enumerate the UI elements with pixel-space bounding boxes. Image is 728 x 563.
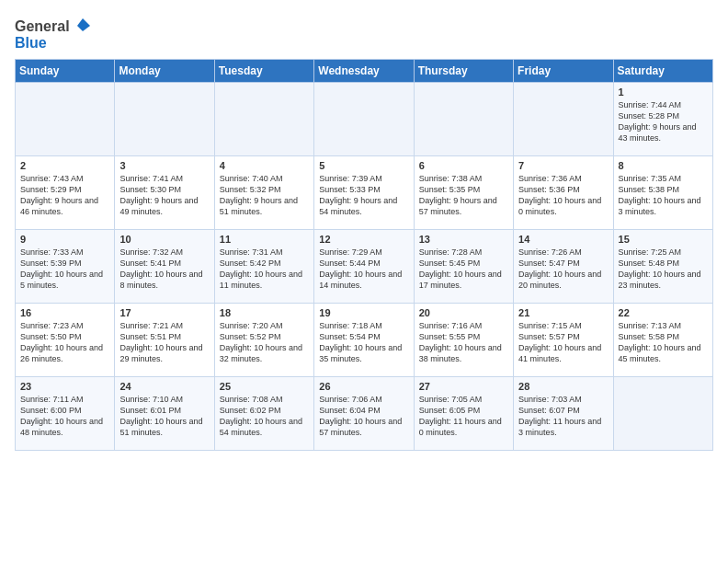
calendar-week-1: 1Sunrise: 7:44 AM Sunset: 5:28 PM Daylig… xyxy=(16,83,713,156)
calendar-cell: 1Sunrise: 7:44 AM Sunset: 5:28 PM Daylig… xyxy=(613,83,712,156)
weekday-header-monday: Monday xyxy=(115,60,214,83)
day-number: 4 xyxy=(220,160,309,171)
day-number: 8 xyxy=(619,160,708,171)
calendar-cell: 21Sunrise: 7:15 AM Sunset: 5:57 PM Dayli… xyxy=(514,304,613,377)
weekday-header-tuesday: Tuesday xyxy=(214,60,313,83)
day-info: Sunrise: 7:44 AM Sunset: 5:28 PM Dayligh… xyxy=(619,99,708,144)
page-header: General Blue xyxy=(15,15,713,53)
calendar-cell: 6Sunrise: 7:38 AM Sunset: 5:35 PM Daylig… xyxy=(414,156,513,230)
day-info: Sunrise: 7:06 AM Sunset: 6:04 PM Dayligh… xyxy=(319,394,408,439)
calendar-cell xyxy=(414,83,513,156)
calendar-cell: 24Sunrise: 7:10 AM Sunset: 6:01 PM Dayli… xyxy=(115,377,214,451)
day-info: Sunrise: 7:43 AM Sunset: 5:29 PM Dayligh… xyxy=(20,173,109,218)
calendar-cell: 20Sunrise: 7:16 AM Sunset: 5:55 PM Dayli… xyxy=(414,304,513,377)
day-info: Sunrise: 7:18 AM Sunset: 5:54 PM Dayligh… xyxy=(319,320,408,365)
day-info: Sunrise: 7:16 AM Sunset: 5:55 PM Dayligh… xyxy=(419,320,508,365)
calendar-cell: 16Sunrise: 7:23 AM Sunset: 5:50 PM Dayli… xyxy=(16,304,115,377)
calendar-week-5: 23Sunrise: 7:11 AM Sunset: 6:00 PM Dayli… xyxy=(16,377,713,451)
calendar-week-4: 16Sunrise: 7:23 AM Sunset: 5:50 PM Dayli… xyxy=(16,304,713,377)
day-info: Sunrise: 7:32 AM Sunset: 5:41 PM Dayligh… xyxy=(119,247,209,292)
calendar-cell: 25Sunrise: 7:08 AM Sunset: 6:02 PM Dayli… xyxy=(214,377,313,451)
logo: General Blue xyxy=(15,15,90,53)
day-info: Sunrise: 7:20 AM Sunset: 5:52 PM Dayligh… xyxy=(220,320,309,365)
calendar-cell xyxy=(16,83,115,156)
calendar-cell: 3Sunrise: 7:41 AM Sunset: 5:30 PM Daylig… xyxy=(115,156,214,230)
calendar-cell: 14Sunrise: 7:26 AM Sunset: 5:47 PM Dayli… xyxy=(514,230,613,304)
day-number: 5 xyxy=(319,160,408,171)
svg-marker-2 xyxy=(77,18,90,31)
day-info: Sunrise: 7:15 AM Sunset: 5:57 PM Dayligh… xyxy=(518,320,608,365)
day-info: Sunrise: 7:08 AM Sunset: 6:02 PM Dayligh… xyxy=(220,394,309,439)
day-number: 22 xyxy=(619,307,708,318)
day-info: Sunrise: 7:33 AM Sunset: 5:39 PM Dayligh… xyxy=(20,247,109,292)
calendar-cell: 15Sunrise: 7:25 AM Sunset: 5:48 PM Dayli… xyxy=(613,230,712,304)
day-info: Sunrise: 7:03 AM Sunset: 6:07 PM Dayligh… xyxy=(518,394,608,439)
calendar-cell xyxy=(115,83,214,156)
day-number: 9 xyxy=(20,234,109,245)
day-info: Sunrise: 7:28 AM Sunset: 5:45 PM Dayligh… xyxy=(419,247,508,292)
calendar-cell: 11Sunrise: 7:31 AM Sunset: 5:42 PM Dayli… xyxy=(214,230,313,304)
calendar-cell xyxy=(514,83,613,156)
weekday-header-wednesday: Wednesday xyxy=(314,60,414,83)
day-info: Sunrise: 7:41 AM Sunset: 5:30 PM Dayligh… xyxy=(119,173,209,218)
day-number: 15 xyxy=(619,234,708,245)
calendar-cell: 19Sunrise: 7:18 AM Sunset: 5:54 PM Dayli… xyxy=(314,304,414,377)
calendar-cell: 17Sunrise: 7:21 AM Sunset: 5:51 PM Dayli… xyxy=(115,304,214,377)
calendar-cell: 9Sunrise: 7:33 AM Sunset: 5:39 PM Daylig… xyxy=(16,230,115,304)
calendar-cell: 27Sunrise: 7:05 AM Sunset: 6:05 PM Dayli… xyxy=(414,377,513,451)
weekday-header-sunday: Sunday xyxy=(16,60,115,83)
day-number: 2 xyxy=(20,160,109,171)
day-info: Sunrise: 7:11 AM Sunset: 6:00 PM Dayligh… xyxy=(20,394,109,439)
day-number: 3 xyxy=(119,160,209,171)
calendar-cell xyxy=(613,377,712,451)
day-info: Sunrise: 7:38 AM Sunset: 5:35 PM Dayligh… xyxy=(419,173,508,218)
logo-svg: General Blue xyxy=(15,15,90,53)
day-number: 21 xyxy=(518,307,608,318)
calendar-cell: 7Sunrise: 7:36 AM Sunset: 5:36 PM Daylig… xyxy=(514,156,613,230)
day-number: 6 xyxy=(419,160,508,171)
day-number: 17 xyxy=(119,307,209,318)
day-number: 26 xyxy=(319,381,408,392)
day-number: 10 xyxy=(119,234,209,245)
day-info: Sunrise: 7:10 AM Sunset: 6:01 PM Dayligh… xyxy=(119,394,209,439)
calendar-table: SundayMondayTuesdayWednesdayThursdayFrid… xyxy=(15,59,713,451)
calendar-cell: 12Sunrise: 7:29 AM Sunset: 5:44 PM Dayli… xyxy=(314,230,414,304)
calendar-cell: 4Sunrise: 7:40 AM Sunset: 5:32 PM Daylig… xyxy=(214,156,313,230)
calendar-week-2: 2Sunrise: 7:43 AM Sunset: 5:29 PM Daylig… xyxy=(16,156,713,230)
weekday-header-saturday: Saturday xyxy=(613,60,712,83)
day-number: 25 xyxy=(220,381,309,392)
calendar-cell: 10Sunrise: 7:32 AM Sunset: 5:41 PM Dayli… xyxy=(115,230,214,304)
day-number: 7 xyxy=(518,160,608,171)
day-info: Sunrise: 7:21 AM Sunset: 5:51 PM Dayligh… xyxy=(119,320,209,365)
day-info: Sunrise: 7:31 AM Sunset: 5:42 PM Dayligh… xyxy=(220,247,309,292)
day-number: 20 xyxy=(419,307,508,318)
day-number: 11 xyxy=(220,234,309,245)
calendar-cell: 13Sunrise: 7:28 AM Sunset: 5:45 PM Dayli… xyxy=(414,230,513,304)
svg-text:General: General xyxy=(15,18,70,34)
calendar-cell: 28Sunrise: 7:03 AM Sunset: 6:07 PM Dayli… xyxy=(514,377,613,451)
day-info: Sunrise: 7:05 AM Sunset: 6:05 PM Dayligh… xyxy=(419,394,508,439)
day-number: 19 xyxy=(319,307,408,318)
calendar-cell: 18Sunrise: 7:20 AM Sunset: 5:52 PM Dayli… xyxy=(214,304,313,377)
calendar-cell xyxy=(314,83,414,156)
svg-text:Blue: Blue xyxy=(15,35,47,51)
day-info: Sunrise: 7:23 AM Sunset: 5:50 PM Dayligh… xyxy=(20,320,109,365)
calendar-cell: 5Sunrise: 7:39 AM Sunset: 5:33 PM Daylig… xyxy=(314,156,414,230)
day-info: Sunrise: 7:39 AM Sunset: 5:33 PM Dayligh… xyxy=(319,173,408,218)
day-info: Sunrise: 7:26 AM Sunset: 5:47 PM Dayligh… xyxy=(518,247,608,292)
day-info: Sunrise: 7:13 AM Sunset: 5:58 PM Dayligh… xyxy=(619,320,708,365)
day-info: Sunrise: 7:29 AM Sunset: 5:44 PM Dayligh… xyxy=(319,247,408,292)
day-number: 24 xyxy=(119,381,209,392)
weekday-header-row: SundayMondayTuesdayWednesdayThursdayFrid… xyxy=(16,60,713,83)
day-number: 18 xyxy=(220,307,309,318)
day-number: 14 xyxy=(518,234,608,245)
calendar-cell: 26Sunrise: 7:06 AM Sunset: 6:04 PM Dayli… xyxy=(314,377,414,451)
weekday-header-friday: Friday xyxy=(514,60,613,83)
day-number: 28 xyxy=(518,381,608,392)
day-number: 16 xyxy=(20,307,109,318)
day-number: 27 xyxy=(419,381,508,392)
calendar-cell: 23Sunrise: 7:11 AM Sunset: 6:00 PM Dayli… xyxy=(16,377,115,451)
calendar-cell: 22Sunrise: 7:13 AM Sunset: 5:58 PM Dayli… xyxy=(613,304,712,377)
day-info: Sunrise: 7:36 AM Sunset: 5:36 PM Dayligh… xyxy=(518,173,608,218)
day-info: Sunrise: 7:35 AM Sunset: 5:38 PM Dayligh… xyxy=(619,173,708,218)
